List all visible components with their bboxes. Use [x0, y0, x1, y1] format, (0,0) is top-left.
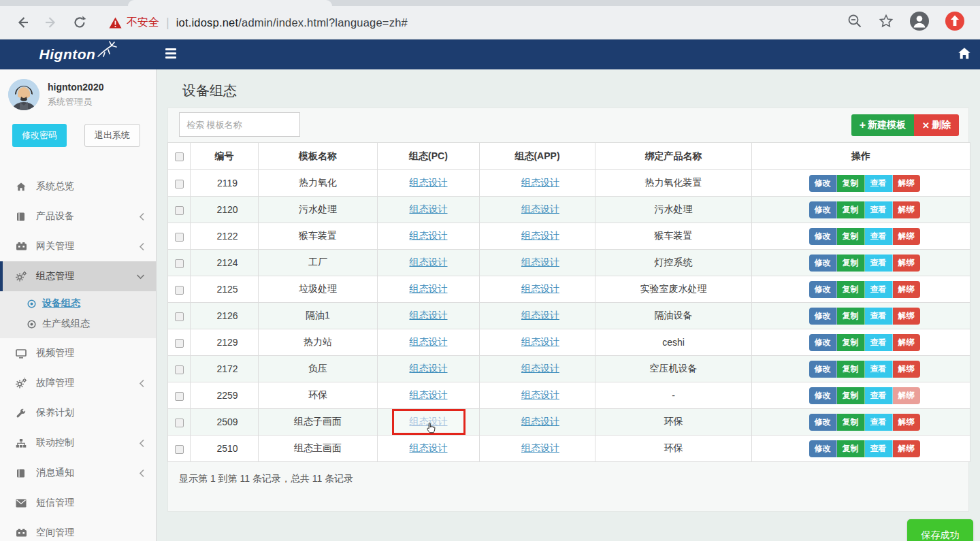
sidebar-item-网关管理[interactable]: 网关管理	[0, 231, 156, 261]
unbind-button[interactable]: 解绑	[893, 361, 920, 378]
copy-button[interactable]: 复制	[837, 175, 865, 192]
view-button[interactable]: 查看	[865, 334, 893, 351]
unbind-button[interactable]: 解绑	[893, 175, 920, 192]
view-button[interactable]: 查看	[865, 440, 893, 457]
modify-button[interactable]: 修改	[809, 201, 837, 218]
copy-button[interactable]: 复制	[837, 201, 865, 218]
modify-button[interactable]: 修改	[809, 175, 837, 192]
copy-button[interactable]: 复制	[837, 255, 865, 272]
unbind-button[interactable]: 解绑	[893, 255, 920, 272]
pc-config-link[interactable]: 组态设计	[410, 363, 448, 374]
row-checkbox[interactable]	[175, 365, 184, 374]
row-checkbox[interactable]	[175, 233, 184, 242]
view-button[interactable]: 查看	[865, 281, 893, 298]
view-button[interactable]: 查看	[865, 201, 893, 218]
home-icon[interactable]	[958, 47, 971, 63]
copy-button[interactable]: 复制	[837, 334, 865, 351]
sidebar-item-系统总览[interactable]: 系统总览	[0, 171, 156, 201]
avatar[interactable]	[8, 79, 39, 110]
unbind-button[interactable]: 解绑	[893, 440, 920, 457]
sidebar-item-短信管理[interactable]: 短信管理	[0, 488, 156, 518]
view-button[interactable]: 查看	[865, 175, 893, 192]
sidebar-item-联动控制[interactable]: 联动控制	[0, 428, 156, 458]
copy-button[interactable]: 复制	[837, 281, 865, 298]
app-config-link[interactable]: 组态设计	[521, 336, 559, 347]
sidebar-item-故障管理[interactable]: 故障管理	[0, 368, 156, 398]
pc-config-link[interactable]: 组态设计	[410, 310, 448, 321]
modify-button[interactable]: 修改	[809, 281, 837, 298]
pc-config-link[interactable]: 组态设计	[410, 283, 448, 294]
app-config-link[interactable]: 组态设计	[521, 283, 559, 294]
browser-tab[interactable]	[128, 0, 332, 6]
app-config-link[interactable]: 组态设计	[521, 177, 559, 188]
copy-button[interactable]: 复制	[837, 228, 865, 245]
unbind-button[interactable]: 解绑	[893, 228, 920, 245]
row-checkbox[interactable]	[175, 286, 184, 295]
row-checkbox[interactable]	[175, 259, 184, 268]
copy-button[interactable]: 复制	[837, 440, 865, 457]
update-icon[interactable]	[945, 11, 965, 34]
unbind-button[interactable]: 解绑	[893, 281, 920, 298]
sidebar-item-产品设备[interactable]: 产品设备	[0, 201, 156, 231]
sidebar-item-保养计划[interactable]: 保养计划	[0, 398, 156, 428]
select-all-checkbox[interactable]	[175, 152, 184, 161]
modify-button[interactable]: 修改	[809, 334, 837, 351]
url-text[interactable]: iot.idosp.net/admin/index.html?language=…	[176, 16, 408, 29]
brand-logo[interactable]: Hignton	[0, 39, 157, 69]
app-config-link[interactable]: 组态设计	[521, 389, 559, 400]
row-checkbox[interactable]	[175, 392, 184, 401]
unbind-button[interactable]: 解绑	[893, 387, 920, 404]
new-template-button[interactable]: +新建模板	[851, 114, 914, 136]
row-checkbox[interactable]	[175, 339, 184, 348]
copy-button[interactable]: 复制	[837, 387, 865, 404]
row-checkbox[interactable]	[175, 180, 184, 188]
pc-config-link[interactable]: 组态设计	[410, 257, 448, 267]
row-checkbox[interactable]	[175, 419, 184, 427]
sidebar-toggle-icon[interactable]	[165, 48, 176, 61]
modify-button[interactable]: 修改	[809, 440, 837, 457]
app-config-link[interactable]: 组态设计	[521, 310, 559, 321]
copy-button[interactable]: 复制	[837, 308, 865, 325]
modify-button[interactable]: 修改	[809, 414, 837, 431]
app-config-link[interactable]: 组态设计	[521, 416, 559, 427]
refresh-icon[interactable]	[68, 11, 91, 34]
unbind-button[interactable]: 解绑	[893, 414, 920, 431]
unbind-button[interactable]: 解绑	[893, 308, 920, 325]
modify-button[interactable]: 修改	[809, 255, 837, 272]
pc-config-link[interactable]: 组态设计	[410, 230, 448, 241]
sidebar-item-空间管理[interactable]: 空间管理	[0, 518, 156, 541]
pc-config-link[interactable]: 组态设计	[410, 203, 448, 214]
modify-button[interactable]: 修改	[809, 308, 837, 325]
pc-config-link[interactable]: 组态设计	[410, 389, 448, 400]
submenu-item-设备组态[interactable]: 设备组态	[0, 293, 156, 314]
app-config-link[interactable]: 组态设计	[521, 230, 559, 241]
profile-icon[interactable]	[909, 11, 930, 34]
submenu-item-生产线组态[interactable]: 生产线组态	[0, 314, 156, 334]
view-button[interactable]: 查看	[865, 361, 893, 378]
modify-button[interactable]: 修改	[809, 228, 837, 245]
view-button[interactable]: 查看	[865, 414, 893, 431]
sidebar-item-视频管理[interactable]: 视频管理	[0, 338, 156, 368]
modify-button[interactable]: 修改	[809, 387, 837, 404]
zoom-out-icon[interactable]	[847, 13, 863, 32]
copy-button[interactable]: 复制	[837, 361, 865, 378]
address-bar[interactable]: 不安全 | iot.idosp.net/admin/index.html?lan…	[109, 16, 847, 30]
pc-config-link[interactable]: 组态设计	[410, 336, 448, 347]
sidebar-item-消息通知[interactable]: 消息通知	[0, 458, 156, 488]
unbind-button[interactable]: 解绑	[893, 201, 920, 218]
change-password-button[interactable]: 修改密码	[12, 124, 67, 147]
view-button[interactable]: 查看	[865, 308, 893, 325]
row-checkbox[interactable]	[175, 445, 184, 454]
row-checkbox[interactable]	[175, 312, 184, 321]
sidebar-item-组态管理[interactable]: 组态管理	[0, 261, 156, 291]
app-config-link[interactable]: 组态设计	[521, 442, 559, 453]
logout-button[interactable]: 退出系统	[84, 124, 140, 147]
view-button[interactable]: 查看	[865, 255, 893, 272]
view-button[interactable]: 查看	[865, 228, 893, 245]
unbind-button[interactable]: 解绑	[893, 334, 920, 351]
view-button[interactable]: 查看	[865, 387, 893, 404]
security-label[interactable]: 不安全	[127, 16, 159, 30]
copy-button[interactable]: 复制	[837, 414, 865, 431]
app-config-link[interactable]: 组态设计	[521, 203, 559, 214]
app-config-link[interactable]: 组态设计	[521, 257, 559, 267]
